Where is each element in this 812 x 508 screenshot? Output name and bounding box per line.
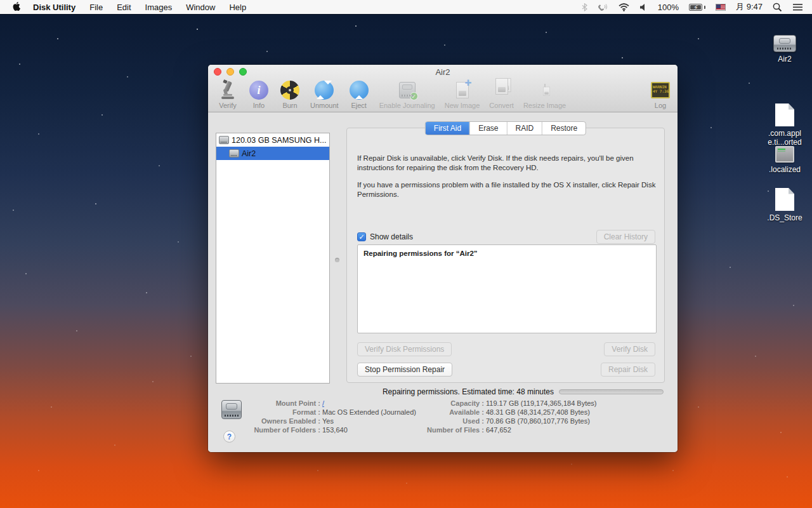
document-icon — [775, 104, 794, 126]
zoom-button[interactable] — [239, 68, 247, 76]
window-title: Air2 — [435, 67, 450, 77]
menu-bar: Disk Utility File Edit Images Window Hel… — [0, 0, 812, 14]
notification-center-icon[interactable] — [792, 3, 803, 11]
sidebar-item-air2[interactable]: Air2 — [216, 147, 329, 160]
toolbar: Verify i Info Burn Unmount Eject — [208, 79, 678, 112]
first-aid-panel: First Aid Erase RAID Restore If Repair D… — [346, 128, 665, 383]
hard-disk-icon — [773, 35, 796, 52]
convert-icon — [495, 80, 508, 100]
bluetooth-icon[interactable] — [582, 3, 587, 11]
input-source-flag-icon[interactable] — [716, 4, 726, 11]
selected-disk-icon — [221, 400, 242, 419]
splitter-handle[interactable] — [335, 258, 339, 262]
battery-icon[interactable]: ⚡ — [689, 4, 705, 11]
volume-icon — [229, 149, 239, 157]
toolbar-verify-button[interactable]: Verify — [217, 80, 239, 109]
desktop-icon-label: .localized — [769, 165, 801, 174]
eject-icon — [350, 81, 369, 100]
journaling-disk-icon: ✓ — [399, 82, 416, 98]
progress-bar — [559, 389, 664, 394]
toolbar-resize-image-button[interactable]: Resize Image — [523, 80, 566, 109]
menu-help[interactable]: Help — [229, 3, 246, 12]
mount-point-link[interactable]: / — [322, 399, 324, 407]
desktop-icon-ds-store[interactable]: .DS_Store — [756, 188, 812, 222]
menu-images[interactable]: Images — [145, 3, 173, 12]
toolbar-enable-journaling-button[interactable]: ✓ Enable Journaling — [379, 80, 435, 109]
desktop-icon-label: .com.apple.ti...orted — [768, 129, 801, 147]
toolbar-log-button[interactable]: WARNIN4Y 7:36 Log — [650, 80, 671, 109]
battery-percentage: 100% — [658, 3, 679, 12]
tab-first-aid[interactable]: First Aid — [426, 122, 470, 135]
progress-row: Repairing permissions. Estimated time: 4… — [208, 387, 664, 396]
repair-disk-button[interactable]: Repair Disk — [601, 363, 655, 377]
resize-image-icon — [544, 80, 546, 100]
help-button[interactable]: ? — [223, 431, 235, 443]
desktop-icon-air2[interactable]: Air2 — [756, 35, 812, 64]
wifi-icon[interactable] — [619, 3, 629, 11]
menu-window[interactable]: Window — [186, 3, 215, 12]
burn-icon — [280, 81, 299, 100]
details-log-box[interactable]: Repairing permissions for “Air2” — [357, 244, 657, 333]
disk-utility-window: Air2 Verify i Info Burn — [208, 65, 678, 452]
sidebar-item-disk[interactable]: 120.03 GB SAMSUNG H... — [216, 133, 329, 147]
new-image-icon: ✚ — [456, 82, 469, 98]
menu-clock[interactable]: 月 9:47 — [736, 1, 763, 13]
clear-history-button[interactable]: Clear History — [596, 230, 655, 244]
mount-point-value: / — [322, 399, 324, 408]
window-content: 120.03 GB SAMSUNG H... Air2 First Aid Er… — [208, 113, 678, 452]
log-icon: WARNIN4Y 7:36 — [651, 82, 670, 98]
verify-disk-permissions-button[interactable]: Verify Disk Permissions — [357, 342, 452, 356]
title-bar[interactable]: Air2 — [208, 65, 678, 79]
window-chrome: Air2 Verify i Info Burn — [208, 65, 678, 112]
spotlight-search-icon[interactable] — [773, 3, 782, 12]
verify-disk-button[interactable]: Verify Disk — [604, 342, 655, 356]
menu-edit[interactable]: Edit — [117, 3, 131, 12]
toolbar-unmount-button[interactable]: Unmount — [310, 80, 339, 109]
volume-icon[interactable] — [639, 3, 648, 11]
desktop-icon-label: .DS_Store — [767, 213, 802, 222]
device-list: 120.03 GB SAMSUNG H... Air2 — [216, 133, 330, 384]
desktop: Disk Utility File Edit Images Window Hel… — [0, 0, 812, 508]
desktop-icon-com-apple[interactable]: .com.apple.ti...orted — [756, 104, 812, 147]
phone-icon[interactable] — [598, 3, 608, 11]
show-details-checkbox[interactable]: ✓ — [357, 232, 366, 241]
exec-file-icon — [775, 146, 794, 163]
unmount-icon — [315, 81, 334, 100]
minimize-button[interactable] — [226, 68, 234, 76]
info-icon: i — [249, 81, 268, 100]
microscope-icon — [219, 80, 236, 100]
menu-app-name[interactable]: Disk Utility — [33, 3, 75, 12]
log-status-text: Repairing permissions for “Air2” — [363, 250, 650, 257]
close-button[interactable] — [214, 68, 221, 76]
desktop-icon-label: Air2 — [778, 55, 791, 64]
tab-restore[interactable]: Restore — [542, 122, 586, 135]
desktop-icon-localized[interactable]: .localized — [756, 146, 812, 174]
tab-raid[interactable]: RAID — [508, 122, 543, 135]
apple-icon — [13, 2, 22, 12]
toolbar-burn-button[interactable]: Burn — [279, 80, 301, 109]
document-icon — [775, 188, 794, 211]
toolbar-convert-button[interactable]: Convert — [489, 80, 514, 109]
apple-menu[interactable] — [13, 2, 22, 12]
first-aid-description: If Repair Disk is unavailable, click Ver… — [357, 154, 658, 199]
disk-icon — [219, 136, 229, 144]
menu-file[interactable]: File — [89, 3, 103, 12]
stop-permission-repair-button[interactable]: Stop Permission Repair — [357, 363, 452, 377]
progress-status-text: Repairing permissions. Estimated time: 4… — [383, 387, 554, 396]
tab-bar: First Aid Erase RAID Restore — [425, 121, 586, 135]
toolbar-new-image-button[interactable]: ✚ New Image — [445, 80, 480, 109]
toolbar-eject-button[interactable]: Eject — [348, 80, 370, 109]
toolbar-info-button[interactable]: i Info — [248, 80, 270, 109]
show-details-label: Show details — [370, 232, 413, 241]
tab-erase[interactable]: Erase — [470, 122, 507, 135]
